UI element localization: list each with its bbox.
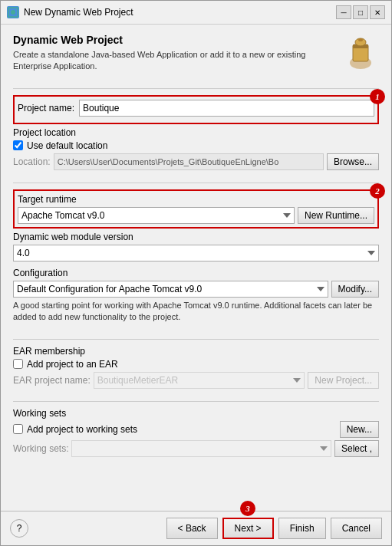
new-runtime-button[interactable]: New Runtime... bbox=[298, 207, 374, 224]
select-button[interactable]: Select , bbox=[334, 440, 379, 457]
divider2 bbox=[13, 183, 379, 183]
ear-project-name-label: EAR project name: bbox=[13, 375, 91, 386]
configuration-row: Default Configuration for Apache Tomcat … bbox=[13, 281, 379, 298]
target-runtime-box: 2 Target runtime Apache Tomcat v9.0 New … bbox=[13, 189, 379, 229]
project-location-section: Project location Use default location Lo… bbox=[13, 127, 379, 170]
browse-button[interactable]: Browse... bbox=[327, 153, 379, 170]
location-row: Location: Browse... bbox=[13, 153, 379, 170]
help-button[interactable]: ? bbox=[10, 519, 28, 538]
location-input[interactable] bbox=[54, 153, 324, 170]
divider4 bbox=[13, 401, 379, 402]
modify-button[interactable]: Modify... bbox=[331, 281, 379, 298]
ear-project-name-select: BoutiqueMetierEAR bbox=[94, 372, 305, 389]
add-working-sets-row: Add project to working sets New... bbox=[13, 421, 379, 438]
add-ear-checkbox[interactable] bbox=[13, 359, 23, 369]
ear-project-name-row: EAR project name: BoutiqueMetierEAR New … bbox=[13, 372, 379, 389]
working-sets-select bbox=[71, 440, 331, 457]
target-runtime-label: Target runtime bbox=[18, 194, 374, 205]
ear-membership-label: EAR membership bbox=[13, 346, 379, 357]
project-name-row: Project name: bbox=[18, 100, 374, 117]
working-sets-row: Working sets: Select , bbox=[13, 440, 379, 457]
project-location-label: Project location bbox=[13, 127, 379, 138]
main-window: New Dynamic Web Project ─ □ ✕ Dynamic We… bbox=[0, 0, 392, 546]
minimize-button[interactable]: ─ bbox=[336, 5, 351, 19]
svg-rect-6 bbox=[358, 38, 363, 41]
window-controls: ─ □ ✕ bbox=[336, 5, 385, 19]
location-label: Location: bbox=[13, 156, 51, 167]
dynamic-web-module-row: 4.0 bbox=[13, 245, 379, 261]
header-section: Dynamic Web Project Create a standalone … bbox=[13, 34, 379, 73]
back-button[interactable]: < Back bbox=[166, 518, 218, 539]
header-divider bbox=[13, 88, 379, 89]
dynamic-web-module-select[interactable]: 4.0 bbox=[13, 245, 379, 261]
target-runtime-select[interactable]: Apache Tomcat v9.0 bbox=[18, 207, 295, 224]
header-text: Dynamic Web Project Create a standalone … bbox=[13, 34, 336, 73]
use-default-checkbox[interactable] bbox=[13, 140, 23, 150]
configuration-label: Configuration bbox=[13, 268, 379, 278]
dynamic-web-module-section: Dynamic web module version 4.0 bbox=[13, 232, 379, 261]
finish-button[interactable]: Finish bbox=[278, 518, 326, 539]
config-info-text: A good starting point for working with A… bbox=[13, 300, 379, 324]
use-default-row: Use default location bbox=[13, 140, 379, 151]
header-icon bbox=[342, 34, 379, 71]
project-name-label: Project name: bbox=[18, 103, 74, 113]
working-sets-label: Working sets bbox=[13, 408, 379, 419]
dialog-content: Dynamic Web Project Create a standalone … bbox=[1, 25, 391, 511]
dialog-title: Dynamic Web Project bbox=[13, 34, 336, 46]
target-runtime-row: Apache Tomcat v9.0 New Runtime... bbox=[18, 207, 374, 224]
dynamic-web-module-label: Dynamic web module version bbox=[13, 232, 379, 242]
next-button[interactable]: Next > bbox=[222, 518, 274, 539]
use-default-label: Use default location bbox=[27, 140, 107, 151]
step3-badge: 3 bbox=[240, 501, 255, 516]
project-name-input[interactable] bbox=[79, 100, 374, 117]
project-name-box: 1 Project name: bbox=[13, 95, 379, 124]
window-icon bbox=[7, 6, 19, 18]
add-ear-label: Add project to an EAR bbox=[27, 359, 118, 370]
configuration-section: Configuration Default Configuration for … bbox=[13, 268, 379, 327]
maximize-button[interactable]: □ bbox=[353, 5, 368, 19]
step2-badge: 2 bbox=[370, 183, 385, 199]
dialog-description: Create a standalone Java-based Web Appli… bbox=[13, 49, 336, 73]
working-sets-label2: Working sets: bbox=[13, 443, 68, 454]
add-working-sets-label: Add project to working sets bbox=[27, 424, 137, 435]
title-bar: New Dynamic Web Project ─ □ ✕ bbox=[1, 1, 391, 25]
new-working-set-button[interactable]: New... bbox=[340, 421, 379, 438]
next-button-container: 3 Next > bbox=[222, 518, 274, 539]
close-button[interactable]: ✕ bbox=[370, 5, 385, 19]
add-working-sets-checkbox[interactable] bbox=[13, 424, 23, 434]
configuration-select[interactable]: Default Configuration for Apache Tomcat … bbox=[13, 281, 328, 298]
svg-point-1 bbox=[11, 10, 15, 15]
step1-badge: 1 bbox=[370, 89, 385, 104]
window-title: New Dynamic Web Project bbox=[24, 7, 331, 18]
new-project-button[interactable]: New Project... bbox=[308, 372, 379, 389]
add-ear-row: Add project to an EAR bbox=[13, 359, 379, 370]
bottom-bar: ? < Back 3 Next > Finish Cancel bbox=[1, 511, 391, 545]
divider3 bbox=[13, 339, 379, 340]
cancel-button[interactable]: Cancel bbox=[331, 518, 382, 539]
ear-membership-section: EAR membership Add project to an EAR EAR… bbox=[13, 346, 379, 389]
working-sets-section: Working sets Add project to working sets… bbox=[13, 408, 379, 457]
